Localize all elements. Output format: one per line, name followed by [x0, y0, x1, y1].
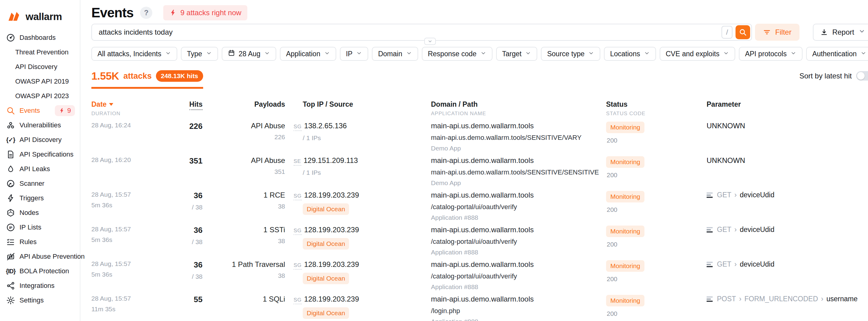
application-name: Application #888	[431, 214, 606, 221]
ip-address[interactable]: 128.199.203.239	[304, 191, 359, 200]
cell-parameter: GET › deviceUdid	[707, 191, 868, 221]
sidebar-item-nodes[interactable]: Nodes	[0, 206, 80, 220]
hits-count: 226	[164, 121, 203, 131]
event-date: 28 Aug, 16:20	[91, 156, 164, 164]
column-subheader-application-name: APPLICATION NAME	[431, 111, 606, 117]
status-badge: Monitoring	[606, 191, 645, 203]
filter-chip-api-protocols[interactable]: API protocols	[739, 47, 803, 61]
filter-chip-all-attacks-incidents[interactable]: All attacks, Incidents	[91, 47, 177, 61]
sidebar-item-rules[interactable]: Rules	[0, 235, 80, 249]
table-row[interactable]: 28 Aug, 15:57 11m 35s 55 1 SQLi SG 128.1…	[91, 290, 868, 321]
parameter-location-icon	[707, 192, 713, 198]
column-header-date[interactable]: Date DURATION	[91, 100, 164, 117]
parameter-name: deviceUdid	[740, 260, 775, 269]
chevron-down-icon	[206, 50, 212, 56]
table-row[interactable]: 28 Aug, 15:57 5m 36s 36 / 38 1 Path Trav…	[91, 255, 868, 290]
filter-chip-locations[interactable]: Locations	[604, 47, 656, 61]
filter-chip-label: API protocols	[745, 50, 787, 58]
filter-chip-authentication[interactable]: Authentication	[806, 47, 868, 61]
sidebar-item-events[interactable]: Events9	[0, 103, 80, 118]
filter-chip-label: CVE and exploits	[666, 50, 719, 58]
braces-check-icon: {✓}	[6, 136, 15, 143]
chevron-down-icon	[588, 50, 594, 58]
column-header-hits[interactable]: Hits	[164, 100, 203, 117]
table-row[interactable]: 28 Aug, 15:57 5m 36s 36 / 38 1 SSTi 38 S…	[91, 221, 868, 255]
filter-chip-source-type[interactable]: Source type	[541, 47, 600, 61]
sidebar-item-ip-lists[interactable]: IPIP Lists	[0, 220, 80, 235]
collapse-search-panel-button[interactable]	[424, 38, 436, 45]
search-input[interactable]	[99, 28, 721, 36]
chevron-down-icon	[406, 50, 412, 58]
id-braces-icon: {ID}	[6, 266, 15, 276]
filter-chip-ip[interactable]: IP	[340, 47, 369, 61]
filter-chip-domain[interactable]: Domain	[372, 47, 418, 61]
domain[interactable]: main-api.us.demo.wallarm.tools	[431, 191, 606, 200]
cell-domain-path: main-api.us.demo.wallarm.tools /catalog-…	[431, 225, 606, 256]
filter-chip-cve-and-exploits[interactable]: CVE and exploits	[660, 47, 735, 61]
report-button[interactable]: Report	[813, 24, 868, 41]
parameter-location-icon	[707, 262, 713, 267]
sidebar-item-api-abuse-prevention[interactable]: API Abuse Prevention	[0, 249, 80, 264]
sidebar-item-label: IP Lists	[20, 223, 75, 231]
sidebar-item-api-discovery[interactable]: {✓}API Discovery	[0, 133, 80, 147]
domain[interactable]: main-api.us.demo.wallarm.tools	[431, 225, 606, 234]
filter-button[interactable]: Filter	[755, 24, 799, 41]
hits-total: / 38	[164, 204, 203, 211]
chevron-down-icon	[406, 50, 412, 56]
domain[interactable]: main-api.us.demo.wallarm.tools	[431, 121, 606, 130]
filter-chip-target[interactable]: Target	[496, 47, 537, 61]
ip-address[interactable]: 138.2.65.136	[304, 121, 347, 130]
search-icon	[739, 28, 747, 36]
http-method: GET	[717, 260, 731, 269]
tab-attacks[interactable]: 1.55K attacks 248.13K hits	[91, 70, 203, 89]
gauge-icon	[6, 33, 15, 42]
table-row[interactable]: 28 Aug, 16:20 351 API Abuse 351 SE 129.1…	[91, 151, 868, 186]
sidebar-item-triggers[interactable]: Triggers	[0, 191, 80, 206]
sort-toggle[interactable]	[856, 71, 868, 80]
domain[interactable]: main-api.us.demo.wallarm.tools	[431, 295, 606, 304]
attacks-now-badge[interactable]: 9 attacks right now	[163, 5, 247, 21]
payload-type: 1 Path Traversal	[203, 260, 285, 269]
sidebar-item-api-specifications[interactable]: API Specifications	[0, 147, 80, 162]
cell-domain-path: main-api.us.demo.wallarm.tools main-api.…	[431, 156, 606, 187]
ip-address[interactable]: 128.199.203.239	[304, 295, 359, 304]
sidebar-item-label: BOLA Protection	[20, 267, 75, 275]
help-icon[interactable]: ?	[140, 7, 152, 19]
sidebar-item-threat-prevention[interactable]: Threat Prevention	[0, 45, 80, 60]
sidebar-item-bola-protection[interactable]: {ID}BOLA Protection	[0, 264, 80, 279]
filter-chip-label: Response code	[428, 50, 477, 58]
sidebar-item-owasp-api-2023[interactable]: OWASP API 2023	[0, 89, 80, 103]
domain[interactable]: main-api.us.demo.wallarm.tools	[431, 156, 606, 165]
sidebar-item-scanner[interactable]: Scanner	[0, 176, 80, 191]
sidebar-item-owasp-api-2019[interactable]: OWASP API 2019	[0, 74, 80, 89]
ip-address[interactable]: 128.199.203.239	[304, 260, 359, 269]
sidebar-item-dashboards[interactable]: Dashboards	[0, 30, 80, 45]
filter-chip-response-code[interactable]: Response code	[422, 47, 493, 61]
cell-date: 28 Aug, 15:57 5m 36s	[91, 191, 164, 221]
ip-address[interactable]: 128.199.203.239	[304, 225, 359, 234]
path: main-api.us.demo.wallarm.tools/SENSITIVE…	[431, 168, 606, 176]
search-row: / Filter Report	[91, 24, 868, 41]
country-code: SE	[293, 158, 301, 166]
filter-chip-application[interactable]: Application	[280, 47, 336, 61]
sidebar-item-vulnerabilities[interactable]: Vulnerabilities	[0, 118, 80, 133]
wallarm-logo[interactable]: wallarm	[0, 8, 80, 30]
country-code: SG	[293, 228, 302, 235]
ip-address[interactable]: 129.151.209.113	[304, 156, 358, 165]
bolt-icon	[6, 193, 15, 203]
sidebar-item-settings[interactable]: Settings	[0, 293, 80, 308]
cell-payloads: 1 Path Traversal 38	[203, 260, 285, 291]
sidebar-item-api-discovery[interactable]: API Discovery	[0, 60, 80, 74]
table-row[interactable]: 28 Aug, 15:57 5m 36s 36 / 38 1 RCE 38 SG…	[91, 186, 868, 221]
filter-chip-28-aug[interactable]: 28 Aug	[222, 47, 277, 61]
domain[interactable]: main-api.us.demo.wallarm.tools	[431, 260, 606, 269]
filter-chip-type[interactable]: Type	[181, 47, 218, 61]
search-button[interactable]	[736, 25, 750, 39]
sidebar-item-label: Rules	[20, 238, 75, 246]
status-code: 200	[607, 172, 707, 179]
gear-icon	[6, 296, 15, 305]
sidebar-item-api-leaks[interactable]: API Leaks	[0, 162, 80, 176]
sidebar-item-label: OWASP API 2023	[15, 92, 75, 100]
sidebar-item-integrations[interactable]: Integrations	[0, 279, 80, 293]
table-row[interactable]: 28 Aug, 16:24 226 API Abuse 226 SG 138.2…	[91, 117, 868, 151]
